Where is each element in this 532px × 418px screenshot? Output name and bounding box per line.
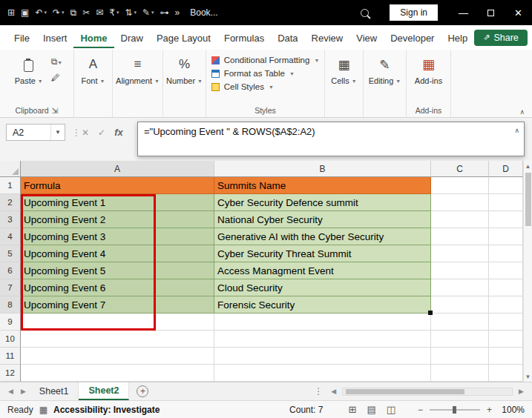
zoom-level[interactable]: 100%	[498, 405, 525, 415]
zoom-slider-thumb[interactable]	[453, 406, 456, 414]
column-header-B[interactable]: B	[214, 161, 431, 177]
cell-C7[interactable]	[431, 279, 489, 296]
cell-D10[interactable]	[489, 331, 523, 348]
cell-A2[interactable]: Upcoming Event 1	[21, 194, 214, 211]
formula-bar-collapse-icon[interactable]: ∧	[514, 127, 519, 134]
column-header-A[interactable]: A	[21, 161, 214, 177]
cell-C10[interactable]	[431, 331, 489, 348]
cell-C1[interactable]	[431, 177, 489, 194]
cell-B3[interactable]: National Cyber Security	[214, 211, 431, 228]
horizontal-scroll-thumb[interactable]	[346, 389, 464, 394]
row-header-8[interactable]: 8	[0, 296, 21, 314]
cell-C2[interactable]	[431, 194, 489, 211]
cell-B6[interactable]: Access Managment Event	[214, 262, 431, 279]
macro-record-icon[interactable]: ▦	[39, 405, 47, 415]
name-box-caret-icon[interactable]: ▼	[50, 125, 65, 140]
scroll-left-icon[interactable]: ◀	[327, 388, 340, 395]
cell-D1[interactable]	[489, 177, 523, 194]
editing-button[interactable]: ✎Editing▼	[365, 54, 405, 87]
ribbon-tab-home[interactable]: Home	[73, 27, 114, 48]
cell-D7[interactable]	[489, 279, 523, 296]
row-header-10[interactable]: 10	[0, 331, 21, 348]
cell-D6[interactable]	[489, 262, 523, 279]
cell-D11[interactable]	[489, 348, 523, 365]
zoom-out-icon[interactable]: −	[418, 405, 423, 415]
cell-A11[interactable]	[21, 348, 214, 365]
accessibility-status[interactable]: Accessibility: Investigate	[53, 405, 160, 415]
cell-A5[interactable]: Upcoming Event 4	[21, 245, 214, 262]
copy-small-icon[interactable]: ⧉▼	[51, 56, 63, 67]
cell-A6[interactable]: Upcoming Event 5	[21, 262, 214, 279]
row-header-5[interactable]: 5	[0, 245, 21, 262]
copy-icon[interactable]: ⧉	[68, 0, 80, 25]
cell-B7[interactable]: Cloud Security	[214, 279, 431, 296]
column-header-D[interactable]: D	[489, 161, 523, 177]
cell-C5[interactable]	[431, 245, 489, 262]
sheet-tab-sheet2[interactable]: Sheet2	[79, 382, 129, 400]
select-all-button[interactable]	[0, 161, 21, 177]
cell-B9[interactable]	[214, 314, 431, 331]
share-button[interactable]: ⇗ Share	[474, 30, 528, 46]
cancel-icon[interactable]: ✕	[82, 127, 89, 138]
scroll-right-icon[interactable]: ▶	[515, 388, 528, 395]
horizontal-scrollbar[interactable]: ◀ ▶	[327, 388, 528, 396]
cell-B2[interactable]: Cyber Security Defence summit	[214, 194, 431, 211]
cell-C6[interactable]	[431, 262, 489, 279]
cell-B1[interactable]: Summits Name	[214, 177, 431, 194]
column-header-C[interactable]: C	[431, 161, 489, 177]
normal-view-icon[interactable]: ⊞	[348, 404, 356, 415]
cells-button[interactable]: ▦Cells▼	[327, 54, 360, 87]
ribbon-tab-data[interactable]: Data	[271, 27, 304, 48]
currency-icon[interactable]: ₹▾	[106, 0, 122, 25]
name-box[interactable]: A2 ▼	[6, 124, 65, 141]
cell-C9[interactable]	[431, 314, 489, 331]
styles-item-cell-styles[interactable]: Cell Styles▼	[211, 82, 274, 91]
cell-D3[interactable]	[489, 211, 523, 228]
font-button[interactable]: AFont▼	[78, 54, 109, 87]
mail-icon[interactable]: ✉	[93, 0, 106, 25]
cell-D8[interactable]	[489, 296, 523, 314]
cell-D12[interactable]	[489, 365, 523, 382]
collapse-ribbon-icon[interactable]: ∧	[519, 108, 525, 116]
cell-C4[interactable]	[431, 228, 489, 245]
cell-A8[interactable]: Upcoming Event 7	[21, 296, 214, 314]
dialog-launcher-icon[interactable]: ⇲	[52, 106, 59, 115]
scroll-up-icon[interactable]: ▲	[524, 161, 532, 171]
cell-D5[interactable]	[489, 245, 523, 262]
cell-A12[interactable]	[21, 365, 214, 382]
more-commands-icon[interactable]: »	[172, 0, 183, 25]
cell-D2[interactable]	[489, 194, 523, 211]
undo-icon[interactable]: ↶▾	[32, 0, 50, 25]
draw-icon[interactable]: ✎▾	[139, 0, 157, 25]
row-header-2[interactable]: 2	[0, 194, 21, 211]
sign-in-button[interactable]: Sign in	[390, 4, 438, 21]
vertical-scrollbar[interactable]: ▲ ▼	[523, 161, 532, 382]
row-header-9[interactable]: 9	[0, 314, 21, 331]
cell-A9[interactable]	[21, 314, 214, 331]
vertical-scroll-thumb[interactable]	[525, 173, 531, 226]
row-header-4[interactable]: 4	[0, 228, 21, 245]
styles-item-format-as-table[interactable]: Format as Table▼	[211, 69, 295, 78]
cut-icon[interactable]: ✂	[79, 0, 93, 25]
sheet-tab-sheet1[interactable]: Sheet1	[30, 382, 79, 400]
formula-bar-grip[interactable]: ⋮	[72, 127, 82, 138]
cell-B10[interactable]	[214, 331, 431, 348]
fill-handle[interactable]	[428, 311, 433, 315]
close-button[interactable]: ✕	[505, 0, 532, 25]
save-icon[interactable]: ▣	[18, 0, 32, 25]
scroll-down-icon[interactable]: ▼	[524, 371, 532, 382]
pin-icon[interactable]: ⊶	[157, 0, 172, 25]
row-header-11[interactable]: 11	[0, 348, 21, 365]
cell-D9[interactable]	[489, 314, 523, 331]
ribbon-tab-view[interactable]: View	[349, 27, 384, 48]
cell-A4[interactable]: Upcoming Event 3	[21, 228, 214, 245]
formula-input[interactable]: ="Upcoming Event " & ROWS($A$2:A2) ∧	[137, 122, 525, 156]
row-header-3[interactable]: 3	[0, 211, 21, 228]
sheet-nav-right-icon[interactable]: ▶	[17, 388, 30, 395]
row-header-7[interactable]: 7	[0, 279, 21, 296]
maximize-button[interactable]	[477, 0, 505, 25]
ribbon-tab-formulas[interactable]: Formulas	[217, 27, 271, 48]
ribbon-tab-help[interactable]: Help	[441, 27, 474, 48]
paste-button[interactable]: Paste▼	[11, 54, 47, 87]
zoom-slider[interactable]	[430, 409, 480, 411]
